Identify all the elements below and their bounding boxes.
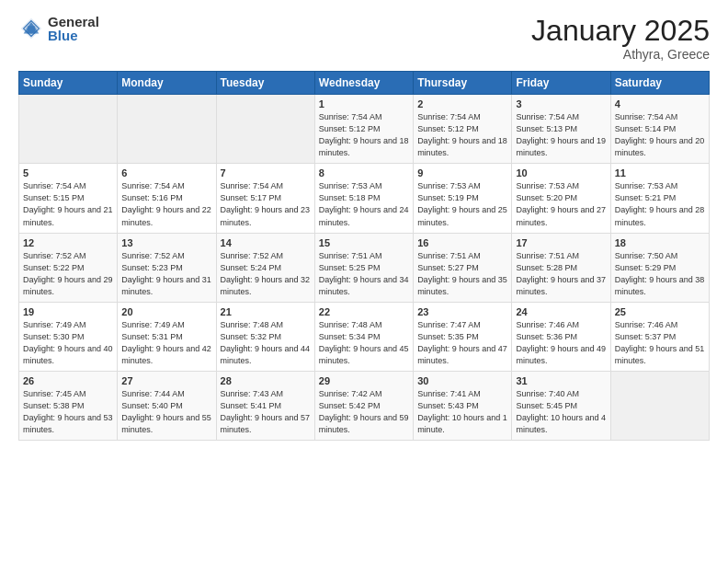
calendar-cell: 10Sunrise: 7:53 AM Sunset: 5:20 PM Dayli… [512,164,610,233]
logo: General Blue [18,15,99,42]
day-info: Sunrise: 7:47 AM Sunset: 5:35 PM Dayligh… [417,319,507,367]
col-header-tuesday: Tuesday [216,72,314,95]
calendar-cell: 27Sunrise: 7:44 AM Sunset: 5:40 PM Dayli… [118,371,216,440]
day-info: Sunrise: 7:50 AM Sunset: 5:29 PM Dayligh… [615,250,705,298]
day-info: Sunrise: 7:53 AM Sunset: 5:18 PM Dayligh… [319,180,409,228]
day-info: Sunrise: 7:51 AM Sunset: 5:25 PM Dayligh… [319,250,409,298]
day-number: 3 [516,98,606,109]
day-number: 23 [417,306,507,317]
day-info: Sunrise: 7:48 AM Sunset: 5:34 PM Dayligh… [319,319,409,367]
calendar-cell: 9Sunrise: 7:53 AM Sunset: 5:19 PM Daylig… [414,164,512,233]
day-info: Sunrise: 7:52 AM Sunset: 5:23 PM Dayligh… [121,250,211,298]
day-number: 6 [121,167,211,178]
calendar-cell: 2Sunrise: 7:54 AM Sunset: 5:12 PM Daylig… [414,95,512,164]
calendar-cell: 28Sunrise: 7:43 AM Sunset: 5:41 PM Dayli… [216,371,314,440]
day-info: Sunrise: 7:48 AM Sunset: 5:32 PM Dayligh… [221,319,311,367]
day-number: 4 [615,98,705,109]
calendar-week-row: 5Sunrise: 7:54 AM Sunset: 5:15 PM Daylig… [19,164,710,233]
day-info: Sunrise: 7:54 AM Sunset: 5:14 PM Dayligh… [615,111,705,159]
col-header-thursday: Thursday [414,72,512,95]
day-number: 10 [516,167,606,178]
calendar-cell: 15Sunrise: 7:51 AM Sunset: 5:25 PM Dayli… [314,233,413,302]
day-number: 30 [417,375,507,386]
day-number: 5 [23,167,113,178]
calendar-cell: 16Sunrise: 7:51 AM Sunset: 5:27 PM Dayli… [414,233,512,302]
day-number: 7 [221,167,311,178]
calendar-cell: 6Sunrise: 7:54 AM Sunset: 5:16 PM Daylig… [118,164,216,233]
calendar-cell: 30Sunrise: 7:41 AM Sunset: 5:43 PM Dayli… [414,371,512,440]
day-info: Sunrise: 7:46 AM Sunset: 5:37 PM Dayligh… [615,319,705,367]
day-info: Sunrise: 7:45 AM Sunset: 5:38 PM Dayligh… [23,388,113,436]
col-header-wednesday: Wednesday [314,72,413,95]
day-number: 25 [615,306,705,317]
day-info: Sunrise: 7:53 AM Sunset: 5:21 PM Dayligh… [615,180,705,228]
calendar-cell: 14Sunrise: 7:52 AM Sunset: 5:24 PM Dayli… [216,233,314,302]
logo-general-text: General [48,15,99,29]
day-number: 1 [319,98,409,109]
month-title: January 2025 [531,15,710,47]
day-number: 28 [221,375,311,386]
calendar-cell: 11Sunrise: 7:53 AM Sunset: 5:21 PM Dayli… [610,164,709,233]
calendar-cell: 3Sunrise: 7:54 AM Sunset: 5:13 PM Daylig… [512,95,610,164]
col-header-monday: Monday [118,72,216,95]
calendar-cell: 13Sunrise: 7:52 AM Sunset: 5:23 PM Dayli… [118,233,216,302]
day-number: 21 [221,306,311,317]
calendar-table: SundayMondayTuesdayWednesdayThursdayFrid… [18,71,710,441]
calendar-cell: 1Sunrise: 7:54 AM Sunset: 5:12 PM Daylig… [314,95,413,164]
day-info: Sunrise: 7:54 AM Sunset: 5:12 PM Dayligh… [319,111,409,159]
calendar-cell: 29Sunrise: 7:42 AM Sunset: 5:42 PM Dayli… [314,371,413,440]
day-info: Sunrise: 7:51 AM Sunset: 5:27 PM Dayligh… [417,250,507,298]
day-number: 9 [417,167,507,178]
calendar-cell: 23Sunrise: 7:47 AM Sunset: 5:35 PM Dayli… [414,302,512,371]
day-number: 26 [23,375,113,386]
day-info: Sunrise: 7:44 AM Sunset: 5:40 PM Dayligh… [121,388,211,436]
day-info: Sunrise: 7:49 AM Sunset: 5:30 PM Dayligh… [23,319,113,367]
col-header-friday: Friday [512,72,610,95]
calendar-cell: 8Sunrise: 7:53 AM Sunset: 5:18 PM Daylig… [314,164,413,233]
calendar-cell: 21Sunrise: 7:48 AM Sunset: 5:32 PM Dayli… [216,302,314,371]
day-number: 19 [23,306,113,317]
day-info: Sunrise: 7:49 AM Sunset: 5:31 PM Dayligh… [121,319,211,367]
day-number: 16 [417,237,507,248]
logo-blue-text: Blue [48,29,99,42]
calendar-cell: 24Sunrise: 7:46 AM Sunset: 5:36 PM Dayli… [512,302,610,371]
calendar-cell [610,371,709,440]
calendar-cell: 5Sunrise: 7:54 AM Sunset: 5:15 PM Daylig… [19,164,118,233]
day-info: Sunrise: 7:53 AM Sunset: 5:19 PM Dayligh… [417,180,507,228]
calendar-cell [216,95,314,164]
calendar-header-row: SundayMondayTuesdayWednesdayThursdayFrid… [19,72,710,95]
calendar-cell: 17Sunrise: 7:51 AM Sunset: 5:28 PM Dayli… [512,233,610,302]
day-number: 2 [417,98,507,109]
day-number: 31 [516,375,606,386]
day-info: Sunrise: 7:43 AM Sunset: 5:41 PM Dayligh… [221,388,311,436]
calendar-cell: 26Sunrise: 7:45 AM Sunset: 5:38 PM Dayli… [19,371,118,440]
day-info: Sunrise: 7:54 AM Sunset: 5:16 PM Dayligh… [121,180,211,228]
location: Athyra, Greece [531,47,710,62]
day-info: Sunrise: 7:54 AM Sunset: 5:15 PM Dayligh… [23,180,113,228]
day-info: Sunrise: 7:40 AM Sunset: 5:45 PM Dayligh… [516,388,606,436]
day-info: Sunrise: 7:41 AM Sunset: 5:43 PM Dayligh… [417,388,507,436]
calendar-cell [118,95,216,164]
day-info: Sunrise: 7:42 AM Sunset: 5:42 PM Dayligh… [319,388,409,436]
logo-icon [18,16,44,41]
day-info: Sunrise: 7:52 AM Sunset: 5:24 PM Dayligh… [221,250,311,298]
col-header-sunday: Sunday [19,72,118,95]
calendar-cell: 18Sunrise: 7:50 AM Sunset: 5:29 PM Dayli… [610,233,709,302]
calendar-cell [19,95,118,164]
day-number: 27 [121,375,211,386]
day-number: 24 [516,306,606,317]
day-number: 8 [319,167,409,178]
day-number: 18 [615,237,705,248]
calendar-cell: 7Sunrise: 7:54 AM Sunset: 5:17 PM Daylig… [216,164,314,233]
day-info: Sunrise: 7:53 AM Sunset: 5:20 PM Dayligh… [516,180,606,228]
calendar-cell: 31Sunrise: 7:40 AM Sunset: 5:45 PM Dayli… [512,371,610,440]
calendar-week-row: 19Sunrise: 7:49 AM Sunset: 5:30 PM Dayli… [19,302,710,371]
day-info: Sunrise: 7:46 AM Sunset: 5:36 PM Dayligh… [516,319,606,367]
calendar-cell: 19Sunrise: 7:49 AM Sunset: 5:30 PM Dayli… [19,302,118,371]
day-number: 11 [615,167,705,178]
day-number: 12 [23,237,113,248]
day-number: 13 [121,237,211,248]
day-info: Sunrise: 7:54 AM Sunset: 5:13 PM Dayligh… [516,111,606,159]
calendar-week-row: 26Sunrise: 7:45 AM Sunset: 5:38 PM Dayli… [19,371,710,440]
calendar-week-row: 12Sunrise: 7:52 AM Sunset: 5:22 PM Dayli… [19,233,710,302]
